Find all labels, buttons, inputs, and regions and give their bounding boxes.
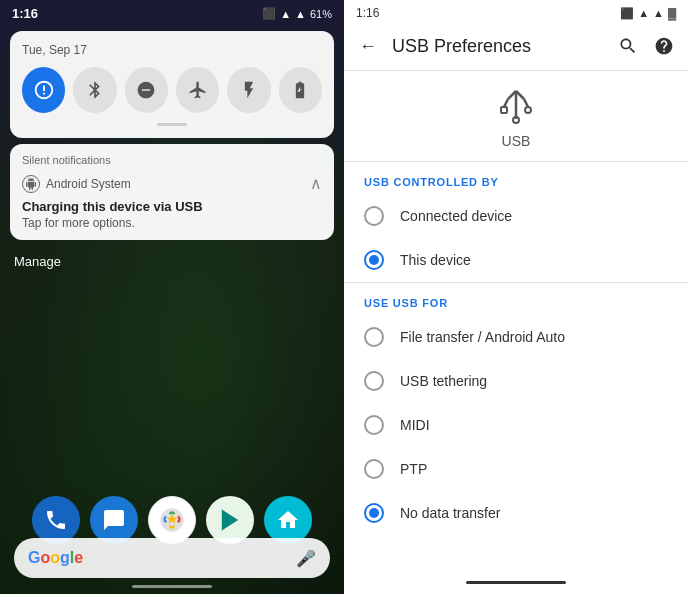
svg-line-4 — [504, 99, 508, 107]
home-bar — [466, 581, 566, 584]
status-icons-right: ⬛ ▲ ▲ ▓ — [620, 7, 676, 20]
airplane-tile[interactable] — [176, 67, 219, 113]
notifications-header: Silent notifications — [22, 154, 322, 166]
connected-device-label: Connected device — [400, 208, 512, 224]
notif-app: Android System — [22, 175, 131, 193]
radio-no-data-transfer[interactable] — [364, 503, 384, 523]
notif-collapse-icon[interactable]: ∧ — [310, 174, 322, 193]
svg-point-8 — [513, 117, 519, 123]
usb-tethering-label: USB tethering — [400, 373, 487, 389]
notif-subtitle: Tap for more options. — [22, 216, 322, 230]
android-icon — [22, 175, 40, 193]
option-ptp[interactable]: PTP — [344, 447, 688, 491]
cast-icon: ⬛ — [262, 7, 276, 20]
phone-app-icon[interactable] — [32, 496, 80, 544]
back-button[interactable]: ← — [352, 30, 384, 62]
notifications-card: Silent notifications Android System ∧ Ch… — [10, 144, 334, 240]
svg-rect-5 — [501, 107, 507, 113]
notif-title: Charging this device via USB — [22, 199, 322, 214]
play-app-icon[interactable] — [206, 496, 254, 544]
section-controlled-label: USB CONTROLLED BY — [344, 162, 688, 194]
midi-label: MIDI — [400, 417, 430, 433]
radio-this-device[interactable] — [364, 250, 384, 270]
no-data-transfer-label: No data transfer — [400, 505, 500, 521]
radio-this-device-fill — [369, 255, 379, 265]
notif-row: Android System ∧ — [22, 174, 322, 193]
radio-midi[interactable] — [364, 415, 384, 435]
app-dock — [32, 496, 312, 544]
radio-connected-device[interactable] — [364, 206, 384, 226]
battery-icon-right: ▓ — [668, 7, 676, 19]
right-panel: 1:16 ⬛ ▲ ▲ ▓ ← USB Preferences — [344, 0, 688, 594]
option-file-transfer[interactable]: File transfer / Android Auto — [344, 315, 688, 359]
time-left: 1:16 — [12, 6, 38, 21]
option-usb-tethering[interactable]: USB tethering — [344, 359, 688, 403]
help-button[interactable] — [648, 30, 680, 62]
option-no-data-transfer[interactable]: No data transfer — [344, 491, 688, 535]
flashlight-tile[interactable] — [227, 67, 270, 113]
search-button[interactable] — [612, 30, 644, 62]
radio-file-transfer[interactable] — [364, 327, 384, 347]
home-app-icon[interactable] — [264, 496, 312, 544]
notif-app-name: Android System — [46, 177, 131, 191]
top-bar: ← USB Preferences — [344, 24, 688, 70]
manage-button[interactable]: Manage — [0, 246, 344, 277]
usb-symbol-icon — [496, 87, 536, 127]
ptp-label: PTP — [400, 461, 427, 477]
file-transfer-label: File transfer / Android Auto — [400, 329, 565, 345]
battery-icon: 61% — [310, 8, 332, 20]
messages-app-icon[interactable] — [90, 496, 138, 544]
usb-label: USB — [502, 133, 531, 149]
left-panel: 1:16 ⬛ ▲ ▲ 61% Tue, Sep 17 — [0, 0, 344, 594]
radio-no-data-transfer-fill — [369, 508, 379, 518]
bluetooth-tile[interactable] — [73, 67, 116, 113]
page-title: USB Preferences — [392, 36, 604, 57]
wifi-tile[interactable] — [22, 67, 65, 113]
mic-icon[interactable]: 🎤 — [296, 549, 316, 568]
wifi-icon: ▲ — [280, 8, 291, 20]
quick-tiles — [22, 67, 322, 113]
usb-section: USB — [344, 71, 688, 161]
svg-point-7 — [525, 107, 531, 113]
radio-usb-tethering[interactable] — [364, 371, 384, 391]
time-right: 1:16 — [356, 6, 379, 20]
status-bar-right: 1:16 ⬛ ▲ ▲ ▓ — [344, 0, 688, 24]
radio-ptp[interactable] — [364, 459, 384, 479]
home-indicator-right — [344, 573, 688, 594]
option-this-device[interactable]: This device — [344, 238, 688, 282]
svg-marker-0 — [222, 510, 238, 531]
drag-handle — [157, 123, 187, 126]
status-icons-left: ⬛ ▲ ▲ 61% — [262, 7, 332, 20]
search-bar[interactable]: Google 🎤 — [14, 538, 330, 578]
signal-icon: ▲ — [295, 8, 306, 20]
option-connected-device[interactable]: Connected device — [344, 194, 688, 238]
wifi-icon-right: ▲ — [638, 7, 649, 19]
battery-saver-tile[interactable] — [279, 67, 322, 113]
cast-icon-right: ⬛ — [620, 7, 634, 20]
section-use-for-label: USE USB FOR — [344, 283, 688, 315]
signal-icon-right: ▲ — [653, 7, 664, 19]
home-indicator-left — [132, 585, 212, 588]
dnd-tile[interactable] — [125, 67, 168, 113]
photos-app-icon[interactable] — [148, 496, 196, 544]
google-logo: Google — [28, 550, 83, 566]
quick-settings-card: Tue, Sep 17 — [10, 31, 334, 138]
option-midi[interactable]: MIDI — [344, 403, 688, 447]
svg-line-6 — [524, 99, 528, 107]
status-bar-left: 1:16 ⬛ ▲ ▲ 61% — [0, 0, 344, 27]
top-actions — [612, 30, 680, 62]
date-display: Tue, Sep 17 — [22, 43, 322, 57]
this-device-label: This device — [400, 252, 471, 268]
